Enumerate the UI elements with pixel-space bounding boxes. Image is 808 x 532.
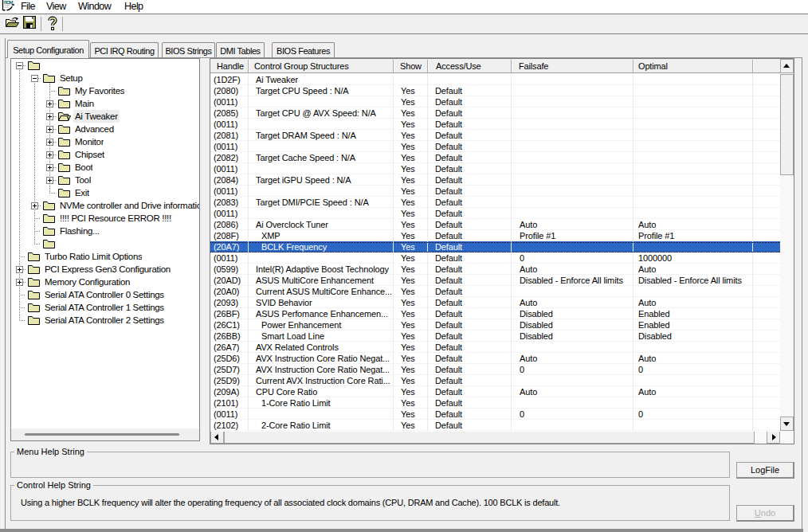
svg-text:ROM: ROM [4, 0, 14, 5]
